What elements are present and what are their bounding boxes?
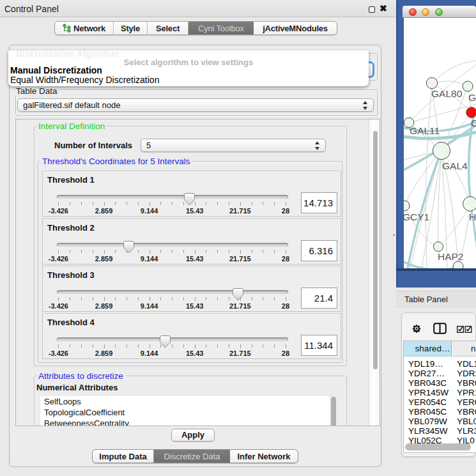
svg-text:C: C (471, 118, 476, 128)
svg-text:HAP2: HAP2 (438, 251, 464, 262)
svg-text:GCY1: GCY1 (404, 211, 429, 222)
svg-text:GA: GA (468, 92, 476, 103)
svg-text:GAL11: GAL11 (410, 125, 440, 136)
svg-text:GAL80: GAL80 (431, 88, 463, 99)
svg-text:GAL4: GAL4 (442, 160, 468, 171)
svg-text:HI: HI (469, 211, 476, 222)
